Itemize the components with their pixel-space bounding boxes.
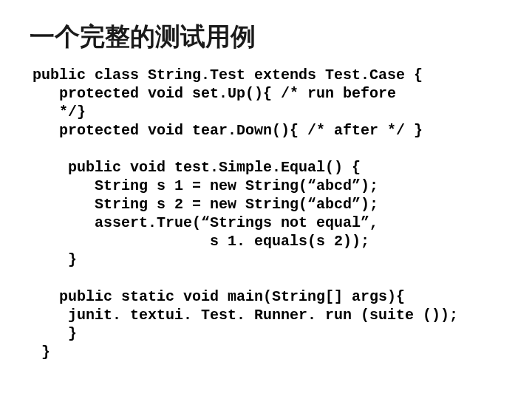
code-line: } bbox=[33, 251, 77, 268]
code-line: protected void tear.Down(){ /* after */ … bbox=[33, 122, 423, 139]
slide-title: 一个完整的测试用例 bbox=[30, 21, 502, 52]
code-block: public class String.Test extends Test.Ca… bbox=[33, 66, 502, 361]
code-line: String s 2 = new String(“abcd”); bbox=[33, 196, 378, 213]
code-line: protected void set.Up(){ /* run before bbox=[33, 85, 396, 102]
code-line: } bbox=[33, 344, 50, 361]
code-line: junit. textui. Test. Runner. run (suite … bbox=[33, 307, 458, 324]
code-line: public void test.Simple.Equal() { bbox=[33, 159, 361, 176]
code-line: } bbox=[33, 325, 77, 342]
code-line: s 1. equals(s 2)); bbox=[33, 233, 369, 250]
code-line: */} bbox=[33, 103, 86, 120]
code-line: public static void main(String[] args){ bbox=[33, 288, 405, 305]
code-line: assert.True(“Strings not equal”, bbox=[33, 214, 378, 231]
code-line: public class String.Test extends Test.Ca… bbox=[33, 66, 423, 83]
code-line: String s 1 = new String(“abcd”); bbox=[33, 177, 378, 194]
slide: 一个完整的测试用例 public class String.Test exten… bbox=[0, 0, 532, 399]
